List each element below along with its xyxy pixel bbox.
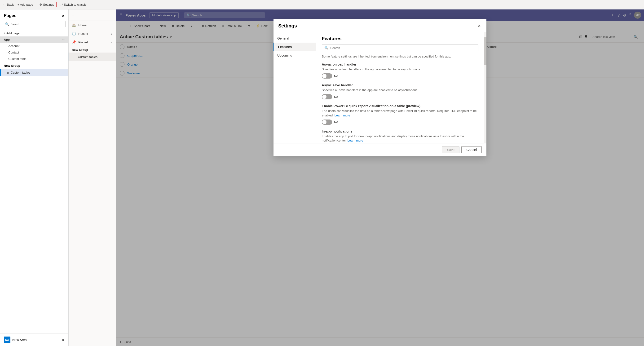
toggle-label-1: No <box>334 74 338 78</box>
dialog-content: Features 🔍 Some feature settings are inh… <box>316 32 484 143</box>
pages-search-input[interactable] <box>10 22 64 26</box>
dialog-content-title: Features <box>322 36 478 42</box>
nav-item-home[interactable]: 🏠 Home <box>68 21 116 29</box>
dialog-search-input[interactable] <box>330 46 476 50</box>
toggle-label-2: No <box>334 95 338 99</box>
dialog-nav-general[interactable]: General <box>274 34 316 42</box>
notifications-learn-more-link[interactable]: Learn more <box>347 139 363 142</box>
dialog-body: General Features Upcoming Features 🔍 <box>274 32 486 143</box>
back-button[interactable]: ← Back <box>3 3 14 6</box>
feature-inapp-notifications: In-app notifications Enables the app to … <box>322 130 478 143</box>
settings-icon: ⚙ <box>39 3 42 6</box>
feature-desc-4: Enables the app to poll for new in-app n… <box>322 134 478 143</box>
hamburger-icon[interactable]: ☰ <box>72 13 74 17</box>
dialog-footer: Save Cancel <box>274 143 486 156</box>
feature-title-4: In-app notifications <box>322 130 478 133</box>
dialog-search-box[interactable]: 🔍 <box>322 44 478 51</box>
toggle-label-3: No <box>334 120 338 124</box>
close-pages-icon[interactable]: ✕ <box>62 14 64 18</box>
switch-classic-button[interactable]: ⇄ Switch to classic <box>60 3 86 6</box>
toggle-async-save[interactable] <box>322 94 332 100</box>
custom-tables-icon: ⊞ <box>73 55 76 59</box>
nav-item-pinned[interactable]: 📌 Pinned ∨ <box>68 38 116 46</box>
chevron-right-icon: › <box>6 51 6 54</box>
dialog-close-button[interactable]: ✕ <box>477 23 482 29</box>
chevron-right-icon: › <box>6 58 6 60</box>
recent-icon: 🕐 <box>72 32 76 36</box>
feature-title-3: Enable Power BI quick report visualizati… <box>322 104 478 108</box>
pages-footer: NA New Area ⇅ <box>0 334 68 346</box>
browser-bar: ← Back + Add page ⚙ Settings ⇄ Switch to… <box>0 0 644 10</box>
nav-sidebar-header[interactable]: ☰ <box>68 10 116 21</box>
settings-dialog: Settings ✕ General Features Up <box>274 19 486 156</box>
pages-search-box[interactable]: 🔍 <box>3 21 66 27</box>
feature-desc-3: End users can visualize the data on a ta… <box>322 109 478 118</box>
add-page-browser-button[interactable]: + Add page <box>18 3 33 6</box>
pages-header: Pages ✕ <box>0 10 68 21</box>
nav-item-recent[interactable]: 🕐 Recent ∨ <box>68 29 116 38</box>
content-area: ⠿ Power Apps Model-driven app 🔍 ＋ ⊽ ⚙ ? … <box>116 10 644 346</box>
powerbi-learn-more-link[interactable]: Learn more <box>334 114 350 117</box>
switch-icon: ⇄ <box>60 3 63 6</box>
save-button[interactable]: Save <box>442 146 460 153</box>
feature-title-2: Async save handler <box>322 83 478 87</box>
feature-async-onload: Async onload handler Specifies all onloa… <box>322 62 478 78</box>
dialog-header: Settings ✕ <box>274 19 486 32</box>
feature-desc-2: Specifies all save handlers in the app a… <box>322 88 478 92</box>
feature-powerbi: Enable Power BI quick report visualizati… <box>322 104 478 124</box>
dialog-title: Settings <box>278 23 297 29</box>
feature-title-1: Async onload handler <box>322 62 478 66</box>
home-icon: 🏠 <box>72 23 76 27</box>
settings-browser-button[interactable]: ⚙ Settings <box>37 2 56 7</box>
dialog-nav: General Features Upcoming <box>274 32 316 143</box>
dialog-nav-upcoming[interactable]: Upcoming <box>274 51 316 60</box>
toggle-async-onload[interactable] <box>322 73 332 78</box>
toggle-row-2: No <box>322 94 478 100</box>
close-icon: ✕ <box>478 24 481 28</box>
dialog-info-text: Some feature settings are inherited from… <box>322 55 478 58</box>
table-icon: ⊞ <box>6 71 9 74</box>
feature-desc-1: Specifies all onload handlers in the app… <box>322 67 478 72</box>
pages-nav-app[interactable]: App ⋯ <box>0 36 68 43</box>
dialog-scrollbar-thumb[interactable] <box>484 37 486 65</box>
toggle-powerbi[interactable] <box>322 120 332 125</box>
main-layout: Pages ✕ 🔍 + Add page App ⋯ › Account › C… <box>0 10 644 346</box>
pages-title: Pages <box>4 13 16 18</box>
new-area-badge: NA <box>4 336 10 343</box>
more-icon[interactable]: ⋯ <box>62 38 64 42</box>
new-group-nav-label: New Group <box>68 46 116 52</box>
toggle-row-3: No <box>322 120 478 125</box>
dialog-search-icon: 🔍 <box>324 46 328 50</box>
back-arrow-icon: ← <box>3 3 6 6</box>
chevron-right-icon: › <box>6 45 6 47</box>
pages-nav-custom-tables[interactable]: ⊞ Custom tables <box>0 69 68 76</box>
add-page-button[interactable]: + Add page <box>0 30 68 36</box>
dialog-scrollbar[interactable] <box>484 32 486 143</box>
dialog-overlay: Settings ✕ General Features Up <box>116 10 644 346</box>
pages-sidebar: Pages ✕ 🔍 + Add page App ⋯ › Account › C… <box>0 10 68 346</box>
pages-nav-custom-table[interactable]: › Custom table <box>0 56 68 62</box>
area-chevron-icon[interactable]: ⇅ <box>62 338 64 342</box>
toggle-row-1: No <box>322 73 478 78</box>
app-item-label: App <box>4 38 10 42</box>
feature-async-save: Async save handler Specifies all save ha… <box>322 83 478 100</box>
new-group-label: New Group <box>0 62 68 69</box>
pages-nav-account[interactable]: › Account <box>0 43 68 49</box>
search-icon: 🔍 <box>5 22 9 26</box>
cancel-button[interactable]: Cancel <box>461 146 482 153</box>
nav-item-custom-tables[interactable]: ⊞ Custom tables <box>68 52 116 61</box>
pinned-icon: 📌 <box>72 40 76 44</box>
nav-sidebar: ☰ 🏠 Home 🕐 Recent ∨ 📌 Pinned ∨ New Group… <box>68 10 116 346</box>
pinned-chevron-icon: ∨ <box>111 41 112 44</box>
recent-chevron-icon: ∨ <box>111 32 112 35</box>
pages-nav-contact[interactable]: › Contact <box>0 49 68 56</box>
dialog-nav-features[interactable]: Features <box>274 42 316 51</box>
